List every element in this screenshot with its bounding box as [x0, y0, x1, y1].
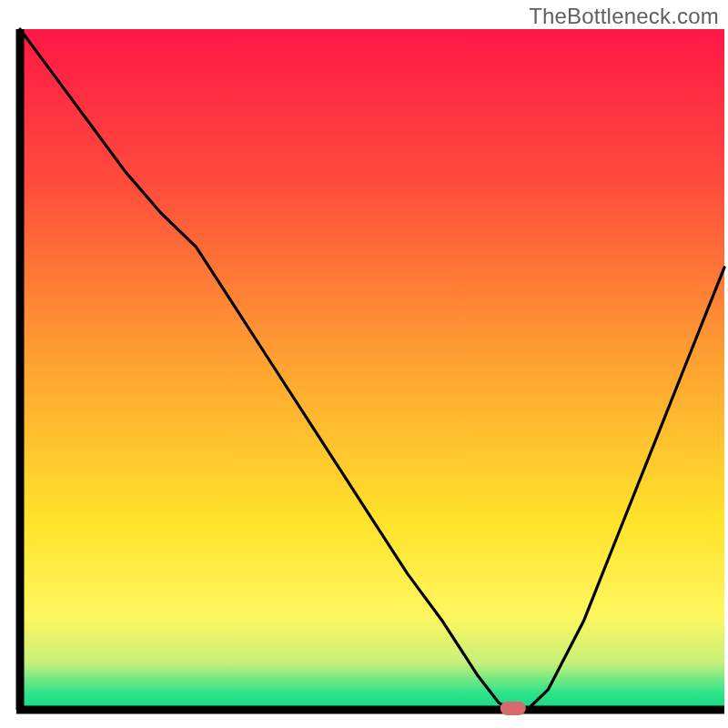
optimal-marker	[500, 702, 526, 715]
chart-canvas	[0, 0, 728, 728]
watermark-text: TheBottleneck.com	[529, 4, 719, 29]
chart-background	[20, 29, 724, 710]
bottleneck-chart: TheBottleneck.com	[0, 0, 728, 728]
